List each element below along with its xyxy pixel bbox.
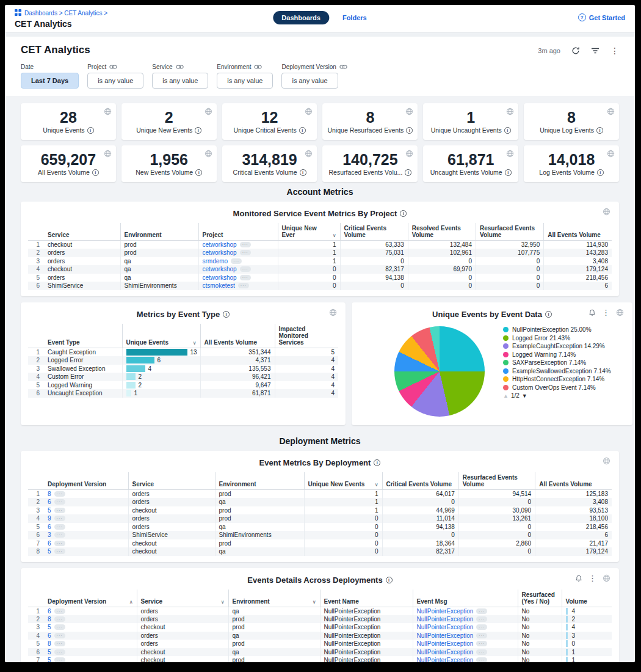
globe-icon[interactable] (607, 149, 615, 160)
more-badge[interactable]: ··· (54, 549, 65, 554)
globe-icon[interactable] (305, 107, 313, 118)
more-badge[interactable]: ··· (54, 532, 65, 538)
info-icon[interactable]: i (405, 169, 411, 176)
cell-link[interactable]: 6 (48, 540, 51, 547)
breadcrumb-text[interactable]: Dashboards > CET Analytics > (24, 10, 107, 16)
globe-icon[interactable] (305, 149, 313, 160)
more-badge[interactable]: ··· (476, 649, 487, 655)
globe-icon[interactable] (405, 149, 413, 160)
table-row[interactable]: 6Uncaught Exception161,8714 (28, 389, 338, 398)
get-started-link[interactable]: ? Get Started (578, 13, 625, 21)
legend-page-down-icon[interactable]: ▼ (522, 393, 527, 399)
table-row[interactable]: 1checkoutprodcetworkshop···163,333132,48… (28, 241, 612, 249)
legend-item[interactable]: ExampleCaughtException 14.29% (503, 343, 625, 350)
info-icon[interactable]: i (300, 169, 306, 176)
table-row[interactable]: 56···ordersqa094,1380218,456 (28, 523, 612, 531)
cell-link[interactable]: NullPointerException (417, 649, 474, 656)
table-row[interactable]: 28···ordersprodNullPointerExceptionNullP… (28, 615, 612, 624)
info-icon[interactable]: i (545, 311, 552, 318)
globe-icon[interactable] (205, 107, 212, 118)
table-row[interactable]: 16···ordersqaNullPointerExceptionNullPoi… (28, 607, 612, 615)
more-badge[interactable]: ··· (54, 641, 65, 646)
table-row[interactable]: 2ordersprodcetworkshop···175,031102,9611… (28, 249, 612, 257)
sort-desc-icon[interactable]: ∨ (193, 340, 197, 346)
info-icon[interactable]: i (504, 127, 511, 134)
table-row[interactable]: 49···ordersprod011,01413,26118,100 (28, 514, 612, 523)
table-row[interactable]: 85···checkoutqa082,3170179,124 (28, 547, 612, 556)
more-badge[interactable]: ··· (240, 242, 251, 247)
cell-link[interactable]: cetworkshop (203, 274, 237, 281)
filter-icon[interactable] (591, 47, 599, 54)
table-row[interactable]: 65···checkoutqaNullPointerExceptionNullP… (28, 648, 612, 657)
column-header[interactable]: Resolved Events Volume (408, 223, 476, 241)
table-row[interactable]: 4checkoutqacetworkshop···082,31769,97001… (28, 265, 612, 274)
column-header[interactable]: Unique Events∨ (122, 324, 200, 348)
globe-icon[interactable] (205, 149, 212, 160)
more-badge[interactable]: ··· (476, 633, 487, 638)
table-row[interactable]: 46···ordersqaNullPointerExceptionNullPoi… (28, 632, 612, 640)
tab-dashboards[interactable]: Dashboards (273, 11, 329, 24)
info-icon[interactable]: i (597, 169, 604, 176)
legend-item[interactable]: HttpHostConnectException 7.14% (503, 376, 625, 383)
info-icon[interactable]: i (299, 127, 306, 134)
legend-item[interactable]: NullPointerException 25.00% (503, 326, 625, 334)
legend-item[interactable]: Logged Error 21.43% (503, 335, 625, 342)
cell-link[interactable]: cetworkshop (203, 241, 237, 248)
info-icon[interactable]: i (596, 127, 603, 134)
globe-icon[interactable] (104, 149, 112, 160)
sort-desc-icon[interactable]: ∨ (333, 233, 336, 238)
cell-link[interactable]: 5 (48, 548, 51, 555)
table-row[interactable]: 63···ShimiServiceShimiEnvironments0006 (28, 531, 612, 539)
table-row[interactable]: 76···checkoutprod018,3642,86021,417 (28, 539, 612, 548)
column-header[interactable]: Resurfaced(Yes / No) (518, 590, 562, 607)
filter-value-button[interactable]: Last 7 Days (21, 73, 79, 89)
column-header[interactable]: Resurfaced Events Volume (458, 472, 535, 490)
more-badge[interactable]: ··· (476, 624, 487, 630)
column-header[interactable]: Unique New Events∨ (304, 472, 382, 490)
more-badge[interactable]: ··· (54, 616, 65, 622)
table-row[interactable]: 58···ordersprodNullPointerExceptionNullP… (28, 640, 612, 648)
column-header[interactable]: All Events Volume (544, 223, 612, 241)
table-row[interactable]: 35···checkoutprodNullPointerExceptionNul… (28, 623, 612, 632)
info-icon[interactable]: i (195, 127, 201, 134)
more-badge[interactable]: ··· (476, 641, 487, 646)
cell-link[interactable]: srmdemo (203, 258, 228, 265)
column-header[interactable]: Environment∨ (228, 590, 320, 607)
cell-link[interactable]: 8 (48, 616, 51, 623)
sort-asc-icon[interactable]: ∧ (129, 599, 133, 605)
table-row[interactable]: 1Caught Exception13351,3445 (28, 348, 338, 357)
more-badge[interactable]: ··· (54, 657, 65, 662)
column-header[interactable]: All Events Volume (200, 324, 275, 348)
cell-link[interactable]: 9 (48, 515, 51, 522)
info-icon[interactable]: i (374, 459, 380, 466)
globe-icon[interactable] (607, 107, 615, 118)
info-icon[interactable]: i (87, 127, 94, 134)
filter-value-button[interactable]: is any value (152, 73, 208, 89)
table-row[interactable]: 3Swallowed Exception4135,5534 (28, 365, 338, 373)
globe-icon[interactable] (603, 208, 610, 216)
info-icon[interactable]: i (400, 210, 407, 217)
more-badge[interactable]: ··· (231, 258, 242, 264)
more-badge[interactable]: ··· (54, 541, 65, 546)
more-badge[interactable]: ··· (240, 250, 251, 255)
table-row[interactable]: 5ordersqacetworkshop···094,13800218,456 (28, 274, 612, 282)
info-icon[interactable]: i (505, 169, 512, 176)
more-badge[interactable]: ··· (54, 624, 65, 630)
more-badge[interactable]: ··· (54, 633, 65, 638)
sort-desc-icon[interactable]: ∨ (221, 599, 225, 605)
globe-icon[interactable] (603, 574, 610, 582)
more-badge[interactable]: ··· (476, 608, 487, 614)
column-header[interactable]: Event Type (44, 324, 122, 348)
bell-icon[interactable] (575, 574, 582, 582)
more-badge[interactable]: ··· (54, 491, 65, 497)
globe-icon[interactable] (506, 107, 514, 118)
legend-item[interactable]: Logged Warning 7.14% (503, 351, 625, 359)
legend-item[interactable]: ExampleSwallowedException 7.14% (503, 368, 625, 375)
cell-link[interactable]: 8 (48, 491, 51, 497)
column-header[interactable]: All Events Volume (535, 472, 612, 490)
cell-link[interactable]: NullPointerException (417, 608, 474, 615)
more-badge[interactable]: ··· (476, 657, 487, 662)
cell-link[interactable]: 6 (48, 632, 51, 639)
filter-value-button[interactable]: is any value (87, 73, 143, 89)
table-row[interactable]: 5Logged Warning29,6474 (28, 381, 338, 390)
